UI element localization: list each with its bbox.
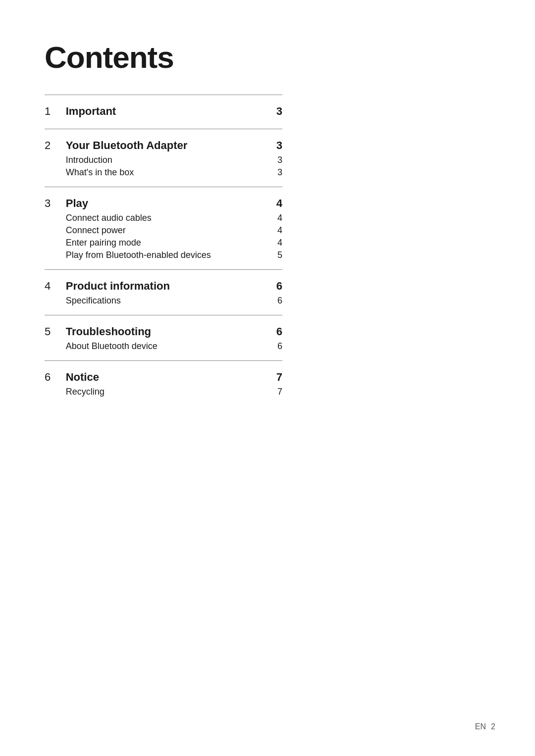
- subsection-title-text-2-0: Introduction: [66, 155, 112, 165]
- section-table-5: 5Troubleshooting6About Bluetooth device6: [45, 315, 282, 360]
- section-num-3: 3: [45, 187, 66, 212]
- subsection-page-3-1: 4: [262, 224, 282, 237]
- section-title-5: Troubleshooting: [66, 315, 263, 340]
- section-title-3: Play: [66, 187, 263, 212]
- section-title-6: Notice: [66, 361, 263, 386]
- footer: EN 2: [475, 722, 495, 731]
- section-num-1: 1: [45, 95, 66, 120]
- subsection-title-3-3: Play from Bluetooth-enabled devices: [66, 249, 263, 269]
- subsection-page-2-0: 3: [262, 154, 282, 166]
- subsection-row-3-2: Enter pairing mode4: [45, 237, 282, 249]
- section-page-3: 4: [262, 187, 282, 212]
- section-num-2: 2: [45, 129, 66, 154]
- section-page-5: 6: [262, 315, 282, 340]
- subsection-title-5-0: About Bluetooth device: [66, 340, 263, 360]
- section-table-6: 6Notice7Recycling7: [45, 361, 282, 406]
- subsection-title-6-0: Recycling: [66, 386, 263, 406]
- section-page-4: 6: [262, 270, 282, 295]
- page: Contents 1Important32Your Bluetooth Adap…: [0, 0, 535, 756]
- section-title-1: Important: [66, 95, 263, 120]
- section-table-3: 3Play4Connect audio cables4Connect power…: [45, 187, 282, 269]
- section-row-4: 4Product information6: [45, 270, 282, 295]
- subsection-row-2-1: What's in the box3: [45, 166, 282, 187]
- section-title-text-5: Troubleshooting: [66, 325, 151, 338]
- subsection-title-text-2-1: What's in the box: [66, 167, 134, 177]
- subsection-page-4-0: 6: [262, 295, 282, 315]
- subsection-title-text-5-0: About Bluetooth device: [66, 341, 158, 351]
- subsection-page-2-1: 3: [262, 166, 282, 187]
- subsection-title-2-0: Introduction: [66, 154, 263, 166]
- page-title: Contents: [45, 40, 485, 75]
- section-title-text-2: Your Bluetooth Adapter: [66, 139, 188, 151]
- subsection-page-3-3: 5: [262, 249, 282, 269]
- subsection-row-2-0: Introduction3: [45, 154, 282, 166]
- subsection-title-3-1: Connect power: [66, 224, 263, 237]
- section-num-4: 4: [45, 270, 66, 295]
- section-title-text-1: Important: [66, 105, 116, 117]
- section-title-2: Your Bluetooth Adapter: [66, 129, 263, 154]
- section-title-4: Product information: [66, 270, 263, 295]
- section-page-1: 3: [262, 95, 282, 120]
- subsection-title-text-4-0: Specifications: [66, 296, 121, 305]
- subsection-title-text-3-3: Play from Bluetooth-enabled devices: [66, 250, 211, 260]
- section-table-1: 1Important3: [45, 95, 282, 129]
- subsection-title-4-0: Specifications: [66, 295, 263, 315]
- section-table-4: 4Product information6Specifications6: [45, 270, 282, 315]
- subsection-row-3-3: Play from Bluetooth-enabled devices5: [45, 249, 282, 269]
- subsection-title-3-0: Connect audio cables: [66, 212, 263, 224]
- section-row-1: 1Important3: [45, 95, 282, 120]
- subsection-row-5-0: About Bluetooth device6: [45, 340, 282, 360]
- footer-lang: EN: [475, 722, 486, 731]
- section-num-6: 6: [45, 361, 66, 386]
- section-title-text-3: Play: [66, 197, 88, 209]
- section-title-text-6: Notice: [66, 371, 99, 383]
- subsection-title-3-2: Enter pairing mode: [66, 237, 263, 249]
- subsection-page-3-2: 4: [262, 237, 282, 249]
- subsection-page-5-0: 6: [262, 340, 282, 360]
- toc-container: 1Important32Your Bluetooth Adapter3Intro…: [45, 95, 485, 406]
- subsection-row-4-0: Specifications6: [45, 295, 282, 315]
- subsection-title-text-3-2: Enter pairing mode: [66, 238, 141, 248]
- subsection-row-6-0: Recycling7: [45, 386, 282, 406]
- section-page-2: 3: [262, 129, 282, 154]
- subsection-row-3-0: Connect audio cables4: [45, 212, 282, 224]
- subsection-title-text-6-0: Recycling: [66, 387, 105, 397]
- subsection-page-6-0: 7: [262, 386, 282, 406]
- section-row-5: 5Troubleshooting6: [45, 315, 282, 340]
- subsection-page-3-0: 4: [262, 212, 282, 224]
- section-row-6: 6Notice7: [45, 361, 282, 386]
- section-title-text-4: Product information: [66, 280, 170, 292]
- subsection-row-3-1: Connect power4: [45, 224, 282, 237]
- section-table-2: 2Your Bluetooth Adapter3Introduction3Wha…: [45, 129, 282, 187]
- subsection-title-2-1: What's in the box: [66, 166, 263, 187]
- subsection-title-text-3-1: Connect power: [66, 225, 126, 235]
- section-num-5: 5: [45, 315, 66, 340]
- footer-page: 2: [491, 722, 495, 731]
- subsection-title-text-3-0: Connect audio cables: [66, 213, 152, 223]
- section-page-6: 7: [262, 361, 282, 386]
- section-row-3: 3Play4: [45, 187, 282, 212]
- section-row-2: 2Your Bluetooth Adapter3: [45, 129, 282, 154]
